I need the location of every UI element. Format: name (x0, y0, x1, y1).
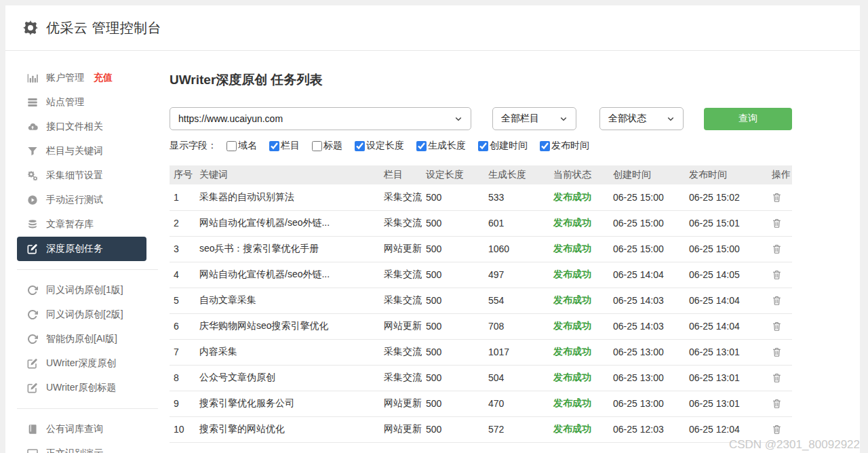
sidebar-item[interactable]: 文章暂存库 (17, 212, 146, 237)
sidebar-item[interactable]: 正文识别演示 (17, 441, 146, 453)
cell-index: 3 (170, 236, 195, 262)
bar-chart-icon (27, 73, 38, 83)
cell-actions (768, 391, 792, 416)
app-window: 优采云 管理控制台 账户管理 充值 站点管理 (5, 5, 860, 453)
sidebar-item[interactable]: 公有词库查询 (17, 417, 146, 441)
cell-status: 发布成功 (549, 210, 609, 236)
field-checkbox[interactable] (355, 141, 365, 151)
delete-button[interactable] (772, 269, 782, 280)
cell-column: 网站更新 (380, 313, 422, 339)
sidebar-item[interactable]: 账户管理 充值 (17, 66, 146, 90)
sidebar-item[interactable]: 手动运行测试 (17, 188, 146, 212)
recharge-link[interactable]: 充值 (94, 72, 113, 84)
cell-column: 采集交流 (380, 288, 422, 313)
cell-created-time: 06-25 14:03 (609, 288, 685, 313)
site-select[interactable]: https://www.ucaiyun.com (170, 107, 471, 130)
trash-icon (772, 398, 782, 409)
cell-keyword: 庆华购物网站seo搜索引擎优化 (195, 313, 380, 339)
trash-icon (772, 347, 782, 357)
delete-button[interactable] (772, 398, 782, 409)
cell-set-length: 500 (422, 288, 484, 313)
sidebar-item[interactable]: 同义词伪原创[2版] (17, 302, 146, 327)
cell-set-length: 500 (422, 365, 484, 391)
sidebar-item-label: 采集细节设置 (46, 170, 103, 182)
field-checkbox-label: 栏目 (281, 140, 300, 152)
delete-button[interactable] (772, 192, 782, 203)
field-checkbox[interactable] (312, 141, 322, 151)
cell-column: 网站更新 (380, 416, 422, 442)
column-header: 栏目 (380, 165, 422, 184)
cell-keyword: 采集器的自动识别算法 (195, 184, 380, 210)
sidebar-item[interactable]: 智能伪原创[AI版] (17, 327, 146, 351)
cell-created-time: 06-25 13:00 (609, 339, 685, 365)
column-filter-select[interactable]: 全部栏目 (492, 107, 576, 130)
table-row: 5 自动文章采集 采集交流 500 554 发布成功 06-25 14:03 0… (170, 288, 792, 313)
cell-gen-length: 533 (484, 184, 549, 210)
field-checkbox[interactable] (269, 141, 279, 151)
refresh-icon (27, 309, 38, 320)
field-checkbox-option[interactable]: 栏目 (269, 140, 300, 152)
field-checkbox[interactable] (416, 141, 427, 151)
delete-button[interactable] (772, 218, 782, 229)
table-row: 4 网站自动化宣传机器/seo外链... 采集交流 500 497 发布成功 0… (170, 262, 792, 288)
cell-status: 发布成功 (549, 184, 609, 210)
status-filter-select[interactable]: 全部状态 (599, 107, 684, 130)
cell-gen-length: 601 (484, 210, 549, 236)
sidebar-item-label: UWriter原创标题 (46, 382, 116, 394)
field-checkbox-option[interactable]: 设定长度 (355, 140, 404, 152)
sidebar-divider (17, 408, 158, 409)
delete-button[interactable] (772, 243, 782, 254)
cell-index: 6 (170, 313, 195, 339)
delete-button[interactable] (772, 321, 782, 332)
field-checkbox[interactable] (478, 141, 488, 151)
field-checkbox-label: 域名 (238, 140, 257, 152)
cell-set-length: 500 (422, 184, 484, 210)
sidebar-item[interactable]: 深度原创任务 (17, 237, 146, 261)
sidebar-item[interactable]: 同义词伪原创[1版] (17, 278, 146, 302)
field-checkbox-option[interactable]: 生成长度 (416, 140, 466, 152)
cell-publish-time: 06-25 13:01 (685, 365, 768, 391)
field-checkbox-option[interactable]: 发布时间 (540, 140, 589, 152)
status-filter-value: 全部状态 (608, 113, 646, 125)
cell-keyword: 自动文章采集 (195, 288, 380, 313)
gears-icon (27, 170, 38, 181)
sidebar-item-label: 智能伪原创[AI版] (46, 333, 117, 345)
filter-icon (27, 146, 38, 157)
site-select-value: https://www.ucaiyun.com (178, 113, 283, 124)
field-checkbox[interactable] (226, 141, 237, 151)
field-checkbox[interactable] (540, 141, 550, 151)
cell-column: 网站更新 (380, 391, 422, 416)
field-checkbox-option[interactable]: 创建时间 (478, 140, 528, 152)
cell-created-time: 06-25 13:00 (609, 391, 685, 416)
sidebar-item[interactable]: 站点管理 (17, 90, 146, 115)
sidebar-item[interactable]: 栏目与关键词 (17, 139, 146, 163)
query-button[interactable]: 查询 (704, 108, 792, 130)
cell-actions (768, 313, 792, 339)
cloud-upload-icon (27, 121, 38, 132)
delete-button[interactable] (772, 295, 782, 306)
sidebar-group-rewrite: 同义词伪原创[1版] 同义词伪原创[2版] 智能伪原创[AI版] (5, 278, 170, 400)
sidebar-item[interactable]: UWriter深度原创 (17, 351, 146, 376)
delete-button[interactable] (772, 372, 782, 383)
cell-status: 发布成功 (549, 236, 609, 262)
sidebar-item[interactable]: UWriter原创标题 (17, 376, 146, 400)
field-checkbox-option[interactable]: 域名 (226, 140, 257, 152)
sidebar-item[interactable]: 接口文件相关 (17, 115, 146, 139)
sidebar-item[interactable]: 采集细节设置 (17, 163, 146, 188)
delete-button[interactable] (772, 424, 782, 435)
sidebar-item-label: 公有词库查询 (46, 423, 103, 435)
edit-icon (27, 358, 38, 369)
cell-index: 7 (170, 339, 195, 365)
book-icon (27, 424, 38, 435)
cell-actions (768, 416, 792, 442)
cell-set-length: 500 (422, 236, 484, 262)
cell-publish-time: 06-25 14:05 (685, 262, 768, 288)
delete-button[interactable] (772, 347, 782, 357)
trash-icon (772, 321, 782, 332)
cell-column: 采集交流 (380, 339, 422, 365)
sidebar-item-label: 站点管理 (46, 96, 84, 109)
column-header: 生成长度 (484, 165, 549, 184)
gear-icon (23, 20, 38, 35)
cell-publish-time: 06-25 15:00 (685, 236, 768, 262)
field-checkbox-option[interactable]: 标题 (312, 140, 342, 152)
